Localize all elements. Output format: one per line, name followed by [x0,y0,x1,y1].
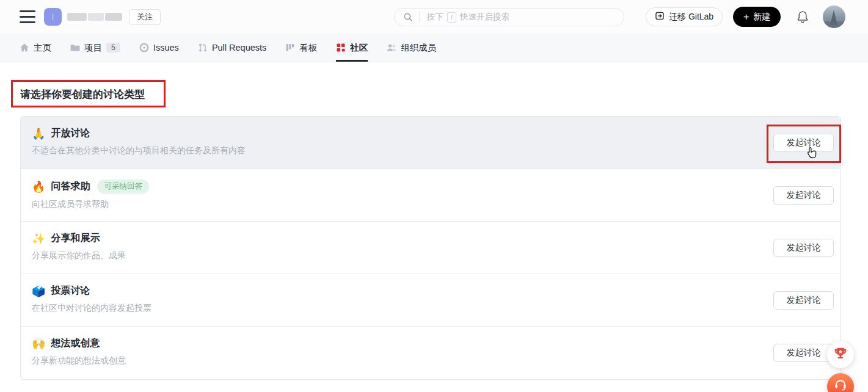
start-discussion-button-idea[interactable]: 发起讨论 [773,344,834,362]
discussion-type-description: 分享展示你的作品、成果 [32,250,841,261]
fire-emoji-icon: 🔥 [32,181,45,193]
tab-projects[interactable]: 项目 5 [70,34,120,62]
tab-org-members[interactable]: 组织成员 [387,34,436,62]
page: I 关注 按下/快速开启搜索 迁移 GitLab + 新建 [0,0,868,392]
headset-icon [833,378,848,392]
folder-icon [70,43,80,53]
raising-hands-emoji-icon: 🙌 [32,338,45,350]
notifications-bell-icon[interactable] [796,10,809,27]
tab-pull-requests[interactable]: Pull Requests [198,34,266,62]
sparkles-emoji-icon: ✨ [32,233,45,245]
discussion-type-row-qa: 🔥 问答求助 可采纳回答 向社区成员寻求帮助 发起讨论 [21,169,841,222]
discussion-type-title: 问答求助 [51,180,90,193]
migrate-gitlab-button[interactable]: 迁移 GitLab [646,7,723,26]
trophy-icon [833,346,848,363]
discussion-type-description: 向社区成员寻求帮助 [32,199,841,210]
accepted-answer-badge: 可采纳回答 [97,180,149,194]
search-input[interactable]: 按下/快速开启搜索 [394,8,624,26]
support-chat-button[interactable] [827,373,854,392]
discussion-type-description: 在社区中对讨论的内容发起投票 [32,303,841,314]
page-title: 请选择你要创建的讨论类型 [20,87,145,101]
tab-board[interactable]: 看板 [285,34,317,62]
discussion-type-description: 分享新功能的想法或创意 [32,355,841,366]
community-icon [336,43,346,53]
discussion-type-title: 开放讨论 [51,127,90,140]
pull-requests-icon [198,43,208,53]
issues-icon [139,43,149,53]
slash-key-hint: / [447,12,456,23]
tab-issues[interactable]: Issues [139,34,179,62]
discussion-type-row-idea: 🙌 想法或创意 分享新功能的想法或创意 发起讨论 [21,327,841,379]
discussion-type-row-show: ✨ 分享和展示 分享展示你的作品、成果 发起讨论 [21,222,841,274]
start-discussion-button-qa[interactable]: 发起讨论 [773,186,834,205]
import-icon [655,11,665,23]
ballot-box-emoji-icon: 🗳️ [32,285,45,297]
discussion-type-row-poll: 🗳️ 投票讨论 在社区中对讨论的内容发起投票 发起讨论 [21,274,841,327]
plus-icon: + [743,12,749,22]
top-header: I 关注 按下/快速开启搜索 迁移 GitLab + 新建 [0,0,868,34]
repo-avatar-letter: I [52,12,54,22]
tab-home[interactable]: 主页 [20,34,51,62]
discussion-type-description: 不适合在其他分类中讨论的与项目相关的任务及所有内容 [32,145,841,156]
discussion-type-title: 想法或创意 [51,337,100,350]
board-icon [285,43,295,53]
new-button[interactable]: + 新建 [733,7,781,27]
repo-name-redacted [67,13,122,21]
discussion-type-row-open: 🙏 开放讨论 不适合在其他分类中讨论的与项目相关的任务及所有内容 发起讨论 [21,117,841,169]
search-divider [419,12,420,23]
discussion-type-title: 投票讨论 [51,285,90,297]
start-discussion-button-open[interactable]: 发起讨论 [773,134,834,152]
search-placeholder: 按下/快速开启搜索 [427,12,509,23]
start-discussion-button-show[interactable]: 发起讨论 [773,239,834,257]
repo-avatar[interactable]: I [44,8,62,26]
search-icon [403,12,413,22]
discussion-type-title: 分享和展示 [51,232,100,245]
discussion-type-list: 🙏 开放讨论 不适合在其他分类中讨论的与项目相关的任务及所有内容 发起讨论 🔥 … [20,116,841,380]
members-icon [387,43,396,53]
follow-button[interactable]: 关注 [129,9,161,25]
rewards-trophy-button[interactable] [827,341,854,368]
tab-community[interactable]: 社区 [336,34,368,62]
folded-hands-emoji-icon: 🙏 [32,128,45,140]
repo-tab-bar: 主页 项目 5 Issues Pull Requests 看板 社区 组织成员 [0,34,868,62]
projects-count-badge: 5 [106,43,120,53]
start-discussion-button-poll[interactable]: 发起讨论 [773,291,834,310]
user-avatar[interactable] [823,5,845,28]
hamburger-menu-icon[interactable] [20,10,35,23]
home-icon [20,43,29,53]
